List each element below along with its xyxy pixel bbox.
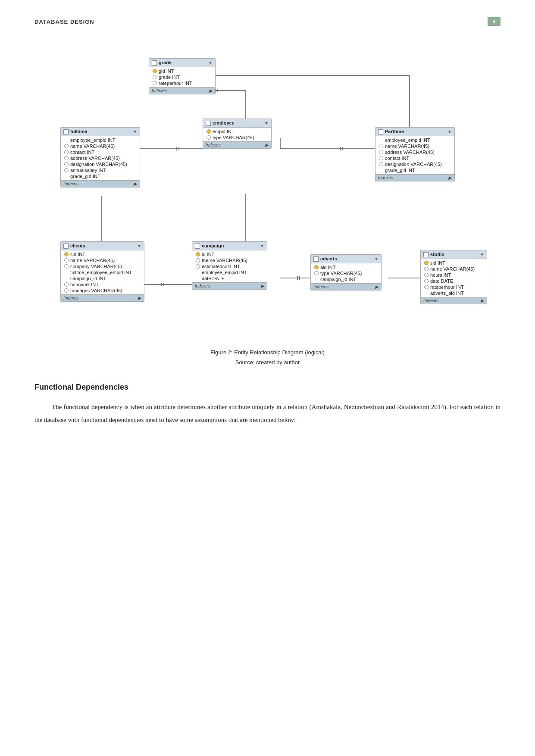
body-paragraph: The functional dependency is when an att… bbox=[34, 400, 501, 426]
er-table-header-employee: employee ▼ bbox=[203, 119, 271, 128]
er-table-fulltime: fulltime ▼ employee_empid INT name VARCH… bbox=[60, 127, 140, 187]
figure-caption: Figure 2: Entity Relationship Diagram (l… bbox=[34, 349, 501, 356]
er-table-header-grade: grade ▼ bbox=[149, 59, 215, 67]
page-header: DATABASE DESIGN 4 bbox=[34, 17, 501, 26]
page: DATABASE DESIGN 4 bbox=[0, 0, 535, 756]
er-table-header-fulltime: fulltime ▼ bbox=[61, 128, 140, 136]
er-table-header-studio: studio ▼ bbox=[421, 250, 487, 259]
er-table-adverts: adverts ▼ aid INT type VARCHAR(45) campa… bbox=[310, 254, 382, 291]
er-table-employee: employee ▼ empid INT type VARCHAR(45) In… bbox=[203, 119, 272, 149]
er-table-clients: clients ▼ cid INT name VARCHAR(45) compa… bbox=[60, 241, 144, 302]
er-table-grade: grade ▼ gid INT grade INT rateperhour IN… bbox=[149, 58, 216, 94]
figure-source: Source: created by author bbox=[34, 359, 501, 366]
er-table-campaign: campaign ▼ id INT theme VARCHAR(45) esti… bbox=[192, 241, 267, 290]
er-diagram-area: grade ▼ gid INT grade INT rateperhour IN… bbox=[34, 39, 501, 341]
page-title: DATABASE DESIGN bbox=[34, 19, 94, 25]
er-table-parttime: Parttime ▼ employee_empid INT name VARCH… bbox=[375, 127, 455, 181]
page-number: 4 bbox=[488, 17, 501, 26]
er-table-header-campaign: campaign ▼ bbox=[192, 242, 267, 250]
er-table-header-adverts: adverts ▼ bbox=[311, 255, 381, 263]
er-table-header-clients: clients ▼ bbox=[61, 242, 144, 250]
section-heading: Functional Dependencies bbox=[34, 383, 501, 392]
er-table-header-parttime: Parttime ▼ bbox=[375, 128, 454, 136]
er-table-studio: studio ▼ sid INT name VARCHAR(45) hours … bbox=[420, 250, 487, 304]
